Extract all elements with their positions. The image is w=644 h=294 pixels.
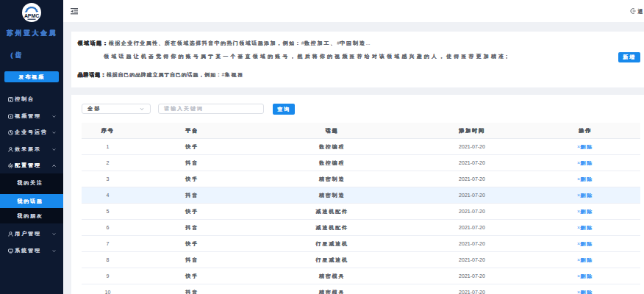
svg-text:APMC: APMC (24, 13, 38, 18)
